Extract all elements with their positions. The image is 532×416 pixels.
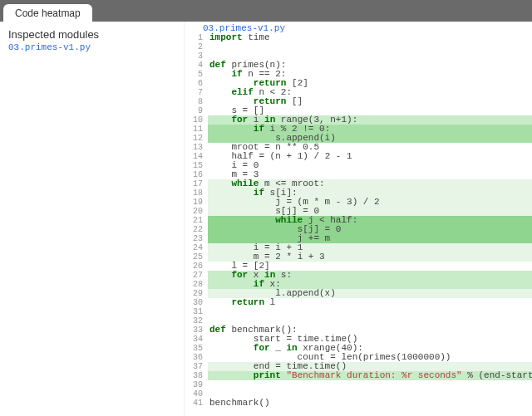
line-number: 26 <box>185 262 208 271</box>
line-number: 38 <box>185 371 208 380</box>
line-number: 5 <box>185 70 208 79</box>
line-number: 33 <box>185 325 208 335</box>
line-number: 39 <box>185 380 208 389</box>
line-number: 14 <box>185 152 208 161</box>
line-number: 20 <box>185 207 208 216</box>
line-number: 9 <box>185 106 208 115</box>
line-number: 28 <box>185 280 208 289</box>
line-number: 19 <box>185 198 208 207</box>
line-source: import time <box>208 33 532 42</box>
body: Inspected modules 03.primes-v1.py 03.pri… <box>0 22 532 416</box>
sidebar-title: Inspected modules <box>8 28 175 41</box>
line-number: 40 <box>185 389 208 399</box>
line-number: 10 <box>185 115 208 125</box>
line-number: 30 <box>185 298 208 307</box>
line-number: 34 <box>185 335 208 344</box>
line-number: 22 <box>185 225 208 234</box>
line-number: 36 <box>185 353 208 362</box>
line-number: 8 <box>185 97 208 106</box>
line-number: 7 <box>185 88 208 97</box>
line-source: return l <box>208 298 532 307</box>
line-number: 41 <box>185 399 208 408</box>
code-listing: 1import time234def primes(n):5 if n == 2… <box>185 33 532 408</box>
line-number: 16 <box>185 170 208 179</box>
code-line[interactable]: 31 <box>185 307 532 316</box>
line-number: 37 <box>185 362 208 371</box>
line-number: 29 <box>185 289 208 298</box>
top-bar: Code heatmap <box>0 0 532 22</box>
line-source: print "Benchmark duration: %r seconds" %… <box>208 371 532 380</box>
line-number: 31 <box>185 307 208 316</box>
line-number: 4 <box>185 61 208 70</box>
line-number: 32 <box>185 316 208 325</box>
code-line[interactable]: 39 <box>185 380 532 389</box>
tab-code-heatmap[interactable]: Code heatmap <box>3 4 92 22</box>
code-line[interactable]: 30 return l <box>185 298 532 307</box>
code-line[interactable]: 2 <box>185 42 532 51</box>
code-line[interactable]: 38 print "Benchmark duration: %r seconds… <box>185 371 532 380</box>
line-number: 21 <box>185 216 208 225</box>
line-number: 1 <box>185 33 208 42</box>
code-line[interactable]: 1import time <box>185 33 532 42</box>
line-number: 15 <box>185 161 208 170</box>
line-number: 35 <box>185 344 208 353</box>
filename-label: 03.primes-v1.py <box>185 22 532 33</box>
line-number: 25 <box>185 252 208 262</box>
line-number: 11 <box>185 125 208 134</box>
line-number: 18 <box>185 188 208 198</box>
line-number: 23 <box>185 234 208 243</box>
line-number: 12 <box>185 134 208 143</box>
line-number: 3 <box>185 51 208 61</box>
main: 03.primes-v1.py 1import time234def prime… <box>185 22 532 416</box>
sidebar-module-link[interactable]: 03.primes-v1.py <box>8 42 175 52</box>
line-number: 24 <box>185 243 208 252</box>
line-number: 17 <box>185 179 208 188</box>
code-line[interactable]: 41benchmark() <box>185 399 532 408</box>
line-number: 2 <box>185 42 208 51</box>
sidebar: Inspected modules 03.primes-v1.py <box>0 22 185 416</box>
line-number: 6 <box>185 79 208 88</box>
line-number: 13 <box>185 143 208 152</box>
line-source: benchmark() <box>208 399 532 408</box>
line-number: 27 <box>185 271 208 280</box>
